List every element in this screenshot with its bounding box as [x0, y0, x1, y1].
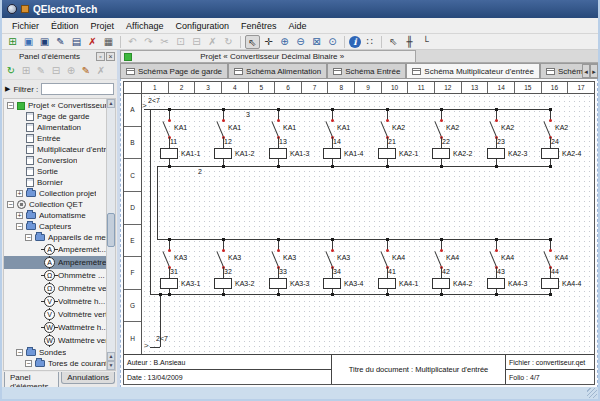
zoom-out-icon[interactable]: ⊖ — [293, 35, 308, 49]
terminal-ka3-1[interactable] — [160, 278, 178, 289]
schema-tab-schema-entree[interactable]: Schéma Entrée — [327, 63, 406, 78]
expander-icon[interactable]: − — [25, 360, 32, 367]
scroll-down-icon[interactable]: ▼ — [107, 361, 115, 370]
tab-scroll-right-icon[interactable]: ▸ — [590, 64, 598, 78]
tree-item-amperemetre-v[interactable]: AAmpèremètre v... — [4, 256, 106, 269]
expander-icon[interactable]: − — [16, 223, 23, 230]
tree-item-alimentation[interactable]: Alimentation — [4, 122, 106, 133]
contact-ka4-44[interactable] — [543, 251, 551, 267]
tree-item-sortie[interactable]: Sortie — [4, 166, 106, 177]
folio-ref-bottom[interactable]: 2<7 — [156, 335, 168, 342]
tree-item-conversion[interactable]: Conversion — [4, 155, 106, 166]
contact-ka3-31[interactable] — [162, 251, 170, 267]
scroll-up-icon[interactable]: ▲ — [107, 99, 115, 108]
menu-affichage[interactable]: Affichage — [120, 20, 169, 32]
save-all-icon[interactable]: ▤ — [69, 35, 84, 49]
zoom-reset-icon[interactable]: ⊙ — [325, 35, 340, 49]
terminal-ka1-4[interactable] — [323, 148, 341, 159]
terminal-ka4-2[interactable] — [432, 278, 450, 289]
menu-edition[interactable]: Édition — [45, 20, 85, 32]
corner-conductor-icon[interactable]: └ — [418, 35, 433, 49]
contact-ka2-23[interactable] — [489, 121, 497, 137]
edit-element-icon[interactable]: ✎ — [79, 64, 93, 78]
contact-ka1-13[interactable] — [271, 121, 279, 137]
terminal-ka1-3[interactable] — [269, 148, 287, 159]
expander-icon[interactable]: − — [7, 102, 14, 109]
tree-item-projet-convertisseur-deci[interactable]: −Projet « Convertisseur Déci... — [4, 100, 106, 111]
terminal-ka3-4[interactable] — [323, 278, 341, 289]
contact-ka2-24[interactable] — [543, 121, 551, 137]
expander-icon[interactable]: − — [25, 234, 32, 241]
print-icon[interactable]: ▦ — [101, 35, 116, 49]
tree-scrollbar[interactable]: ▲ ▲ ▼ — [106, 99, 115, 370]
contact-ka3-32[interactable] — [216, 251, 224, 267]
menu-aide[interactable]: Aide — [283, 20, 313, 32]
add-conductor-icon[interactable]: ╫ — [402, 35, 417, 49]
terminal-ka4-4[interactable] — [541, 278, 559, 289]
tree-item-wattmetre-ver[interactable]: WWattmètre ver... — [4, 334, 106, 347]
tree-item-appareils-de-mesure[interactable]: −Appareils de mesure — [4, 232, 106, 243]
save-as-icon[interactable]: ✎ — [53, 35, 68, 49]
tree-item-tores-de-courant[interactable]: −Tores de courant — [4, 358, 106, 369]
tree-item-capteurs[interactable]: −Capteurs — [4, 221, 106, 232]
folio-ref-top[interactable]: 2<7 — [148, 97, 160, 104]
zoom-in-icon[interactable]: ⊕ — [277, 35, 292, 49]
tree-item-collection-projet[interactable]: +Collection projet — [4, 188, 106, 199]
contact-ka2-22[interactable] — [434, 121, 442, 137]
terminal-ka3-3[interactable] — [269, 278, 287, 289]
tab-scroll-left-icon[interactable]: ◂ — [582, 64, 590, 78]
panel-float-icon[interactable]: ▫ — [96, 52, 105, 61]
contact-ka2-21[interactable] — [380, 121, 388, 137]
tree-item-entree[interactable]: Entrée — [4, 133, 106, 144]
filter-input[interactable] — [41, 83, 114, 95]
tree-item-ohmmetre[interactable]: ΩOhmmètre ... — [4, 269, 106, 282]
tree-item-tore-1-pole[interactable]: Tore 1 pôle — [4, 369, 106, 370]
terminal-ka1-1[interactable] — [160, 148, 178, 159]
terminal-ka4-3[interactable] — [487, 278, 505, 289]
select-mode-icon[interactable]: ⇖ — [245, 35, 260, 49]
contact-ka4-42[interactable] — [434, 251, 442, 267]
menu-configuration[interactable]: Configuration — [169, 20, 235, 32]
panel-close-icon[interactable]: × — [106, 52, 115, 61]
bottom-tab-annulations[interactable]: Annulations — [61, 372, 115, 384]
select-arrow-icon[interactable]: ⇖ — [386, 35, 401, 49]
scroll-up2-icon[interactable]: ▲ — [107, 352, 115, 361]
terminal-ka3-2[interactable] — [214, 278, 232, 289]
tree-item-wattmetre-h[interactable]: WWattmètre h... — [4, 321, 106, 334]
tree-item-amperemet[interactable]: AAmpèremèt... — [4, 243, 106, 256]
pan-mode-icon[interactable]: ✛ — [261, 35, 276, 49]
menu-projet[interactable]: Projet — [85, 20, 121, 32]
conductor-number[interactable]: 3 — [246, 111, 250, 118]
zoom-fit-icon[interactable]: ⊠ — [309, 35, 324, 49]
terminal-ka1-2[interactable] — [214, 148, 232, 159]
tree-item-ohmmetre-vert[interactable]: ΩOhmmètre vert... — [4, 282, 106, 295]
reload-panel-icon[interactable]: ↻ — [4, 64, 18, 78]
close-file-icon[interactable]: ✗ — [85, 35, 100, 49]
terminal-ka2-3[interactable] — [487, 148, 505, 159]
schema-tab-schema-multiplicateur-d-entree[interactable]: Schéma Multiplicateur d'entrée — [406, 63, 540, 79]
contact-ka1-11[interactable] — [162, 121, 170, 137]
terminal-ka2-4[interactable] — [541, 148, 559, 159]
contact-ka3-34[interactable] — [325, 251, 333, 267]
tree-item-voltmetre-vertical[interactable]: VVoltmètre vertical — [4, 308, 106, 321]
contact-ka4-41[interactable] — [380, 251, 388, 267]
contact-ka3-33[interactable] — [271, 251, 279, 267]
terminal-ka2-2[interactable] — [432, 148, 450, 159]
expander-icon[interactable]: − — [16, 349, 23, 356]
terminal-ka2-1[interactable] — [378, 148, 396, 159]
contact-ka4-43[interactable] — [489, 251, 497, 267]
expander-icon[interactable]: + — [16, 212, 23, 219]
tree-item-page-de-garde[interactable]: Page de garde — [4, 111, 106, 122]
tree-item-sondes[interactable]: −Sondes — [4, 347, 106, 358]
tree-item-voltmetre-h[interactable]: VVoltmètre h... — [4, 295, 106, 308]
tree-item-multiplicateur-d-entree[interactable]: Multiplicateur d'entrée — [4, 144, 106, 155]
conductor-number[interactable]: 2 — [198, 168, 202, 175]
diagram-canvas[interactable]: 1234567891011121314151617 ABCDEFGH >2<7>… — [120, 79, 598, 387]
contact-ka1-12[interactable] — [216, 121, 224, 137]
grid-icon[interactable]: ∷ — [362, 35, 377, 49]
terminal-ka4-1[interactable] — [378, 278, 396, 289]
menu-fenetres[interactable]: Fenêtres — [235, 20, 283, 32]
contact-ka1-14[interactable] — [325, 121, 333, 137]
scroll-thumb[interactable] — [107, 213, 115, 247]
menu-fichier[interactable]: Fichier — [6, 20, 45, 32]
